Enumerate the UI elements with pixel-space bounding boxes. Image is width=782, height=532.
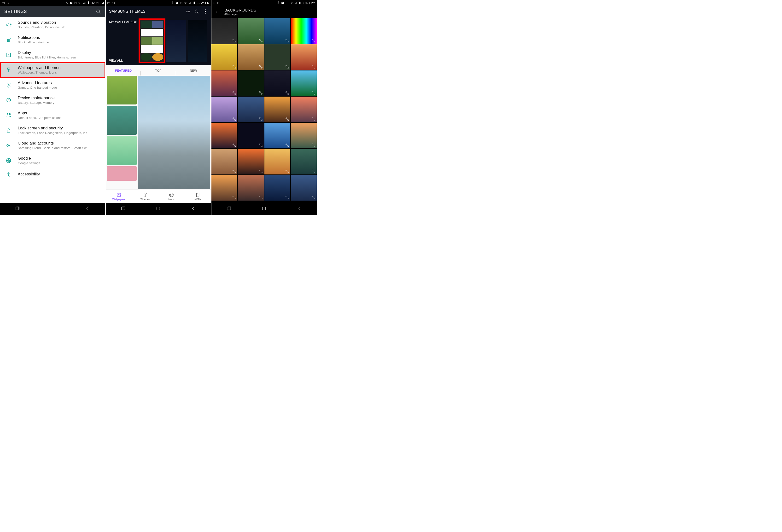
settings-item-apps[interactable]: Apps Default apps, App permissions	[0, 108, 105, 123]
settings-item-google[interactable]: Google Google settings	[0, 153, 105, 168]
tab-featured[interactable]: FEATURED	[106, 69, 141, 72]
background-thumb[interactable]	[291, 44, 317, 70]
expand-icon[interactable]	[259, 39, 263, 43]
expand-icon[interactable]	[232, 39, 236, 43]
expand-icon[interactable]	[259, 91, 263, 95]
background-thumb[interactable]	[264, 97, 290, 122]
view-all-button[interactable]: VIEW ALL	[109, 59, 137, 62]
expand-icon[interactable]	[259, 169, 263, 174]
bottom-nav-icons[interactable]: Icons	[158, 190, 185, 203]
expand-icon[interactable]	[232, 195, 236, 200]
expand-icon[interactable]	[285, 39, 289, 43]
featured-thumb[interactable]	[107, 76, 137, 105]
bottom-nav-wallpapers[interactable]: Wallpapers	[106, 190, 132, 203]
expand-icon[interactable]	[311, 117, 316, 121]
background-thumb[interactable]	[211, 44, 237, 70]
expand-icon[interactable]	[311, 195, 316, 200]
expand-icon[interactable]	[259, 143, 263, 147]
background-thumb[interactable]	[238, 18, 264, 44]
expand-icon[interactable]	[285, 143, 289, 147]
settings-item-wallpaper[interactable]: Wallpapers and themes Wallpapers, Themes…	[0, 63, 105, 78]
back-button[interactable]	[184, 203, 203, 215]
featured-grid[interactable]	[106, 76, 211, 189]
search-icon[interactable]	[96, 9, 101, 14]
background-thumb[interactable]	[238, 71, 264, 96]
backgrounds-grid[interactable]	[211, 18, 317, 203]
expand-icon[interactable]	[259, 195, 263, 200]
gallery-wallpaper-card[interactable]	[140, 20, 164, 62]
settings-item-advanced[interactable]: Advanced features Games, One-handed mode	[0, 78, 105, 93]
search-icon[interactable]	[194, 9, 200, 14]
background-thumb[interactable]	[291, 18, 317, 44]
background-thumb[interactable]	[291, 71, 317, 96]
settings-item-accessibility[interactable]: Accessibility	[0, 168, 105, 181]
settings-item-lock[interactable]: Lock screen and security Lock screen, Fa…	[0, 123, 105, 138]
expand-icon[interactable]	[232, 65, 236, 69]
background-thumb[interactable]	[264, 123, 290, 148]
background-thumb[interactable]	[211, 175, 237, 200]
expand-icon[interactable]	[311, 91, 316, 95]
more-icon[interactable]	[203, 9, 208, 14]
background-thumb[interactable]	[264, 44, 290, 70]
home-button[interactable]	[148, 203, 168, 215]
featured-hero-thumb[interactable]	[138, 76, 210, 189]
background-thumb[interactable]	[211, 123, 237, 148]
expand-icon[interactable]	[232, 117, 236, 121]
expand-icon[interactable]	[311, 65, 316, 69]
background-thumb[interactable]	[211, 18, 237, 44]
bottom-nav-themes[interactable]: Themes	[132, 190, 158, 203]
expand-icon[interactable]	[285, 117, 289, 121]
background-thumb[interactable]	[291, 97, 317, 122]
background-thumb[interactable]	[264, 149, 290, 175]
background-thumb[interactable]	[238, 149, 264, 175]
settings-item-cloud[interactable]: Cloud and accounts Samsung Cloud, Backup…	[0, 138, 105, 153]
background-thumb[interactable]	[291, 175, 317, 200]
home-button[interactable]	[254, 203, 274, 215]
recent-apps-button[interactable]	[219, 203, 239, 215]
background-thumb[interactable]	[211, 97, 237, 122]
featured-thumb[interactable]	[107, 106, 137, 135]
expand-icon[interactable]	[311, 169, 316, 174]
expand-icon[interactable]	[232, 143, 236, 147]
back-button[interactable]	[289, 203, 309, 215]
background-thumb[interactable]	[238, 44, 264, 70]
expand-icon[interactable]	[259, 65, 263, 69]
expand-icon[interactable]	[259, 117, 263, 121]
wallpaper-card[interactable]	[166, 20, 186, 62]
home-button[interactable]	[43, 203, 62, 215]
settings-list[interactable]: Sounds and vibration Sounds, Vibration, …	[0, 17, 105, 203]
tab-top[interactable]: TOP	[141, 69, 176, 72]
back-arrow-icon[interactable]	[215, 9, 220, 14]
bottom-nav-aods[interactable]: AODs	[185, 190, 211, 203]
expand-icon[interactable]	[285, 91, 289, 95]
wallpaper-card[interactable]	[188, 20, 207, 62]
settings-item-sound[interactable]: Sounds and vibration Sounds, Vibration, …	[0, 17, 105, 32]
background-thumb[interactable]	[238, 175, 264, 200]
expand-icon[interactable]	[285, 195, 289, 200]
expand-icon[interactable]	[311, 143, 316, 147]
featured-thumb[interactable]	[107, 136, 137, 165]
tab-new[interactable]: NEW	[176, 69, 211, 72]
list-icon[interactable]	[185, 9, 191, 14]
expand-icon[interactable]	[285, 65, 289, 69]
background-thumb[interactable]	[291, 123, 317, 148]
background-thumb[interactable]	[238, 123, 264, 148]
background-thumb[interactable]	[264, 18, 290, 44]
expand-icon[interactable]	[232, 91, 236, 95]
settings-item-notifications[interactable]: Notifications Block, allow, prioritize	[0, 32, 105, 47]
recent-apps-button[interactable]	[8, 203, 27, 215]
settings-item-display[interactable]: Display Brightness, Blue light filter, H…	[0, 47, 105, 63]
background-thumb[interactable]	[238, 97, 264, 122]
background-thumb[interactable]	[291, 149, 317, 175]
background-thumb[interactable]	[264, 71, 290, 96]
expand-icon[interactable]	[311, 39, 316, 43]
expand-icon[interactable]	[285, 169, 289, 174]
background-thumb[interactable]	[211, 149, 237, 175]
background-thumb[interactable]	[211, 71, 237, 96]
featured-thumb[interactable]	[107, 166, 137, 181]
back-button[interactable]	[78, 203, 98, 215]
settings-item-maintenance[interactable]: Device maintenance Battery, Storage, Mem…	[0, 93, 105, 108]
recent-apps-button[interactable]	[113, 203, 133, 215]
background-thumb[interactable]	[264, 175, 290, 200]
expand-icon[interactable]	[232, 169, 236, 174]
